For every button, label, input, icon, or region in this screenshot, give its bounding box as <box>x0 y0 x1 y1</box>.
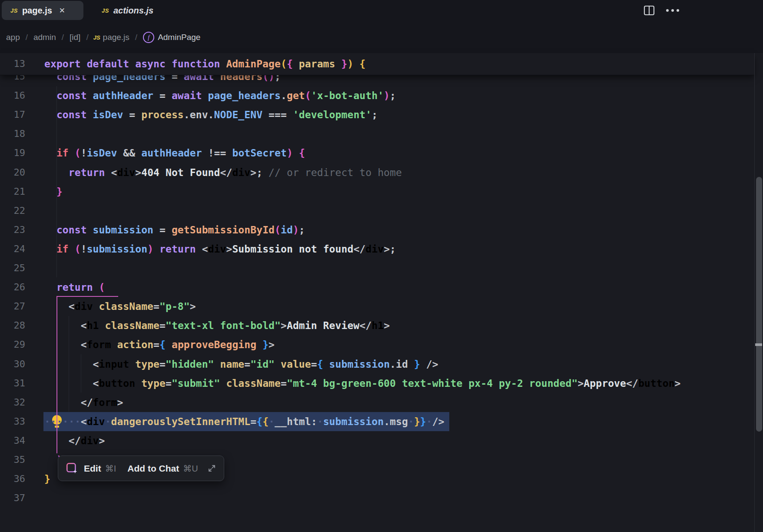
code-token: = <box>159 359 166 370</box>
code-line-26[interactable]: 26 return ( <box>0 278 755 297</box>
line-number-33[interactable]: 33 <box>0 412 25 431</box>
collapse-widget-button[interactable] <box>208 464 216 472</box>
code-token: get <box>287 90 305 101</box>
line-number-27[interactable]: 27 <box>0 297 25 316</box>
line-number-31[interactable]: 31 <box>0 374 25 393</box>
line-number-22[interactable]: 22 <box>0 201 25 220</box>
code-token: . <box>281 90 287 101</box>
code-token: ( <box>305 90 311 101</box>
line-number-37[interactable]: 37 <box>0 489 25 508</box>
code-token: button <box>99 378 136 389</box>
code-token: ( <box>99 282 105 293</box>
code-token: input <box>99 359 129 370</box>
code-line-27[interactable]: 27 <div className="p-8"> <box>0 297 755 316</box>
code-token: div <box>87 416 105 427</box>
code-line-21[interactable]: 21 } <box>0 182 755 201</box>
code-token: !== <box>202 147 232 159</box>
code-token: h1 <box>87 320 99 331</box>
line-number-35[interactable]: 35 <box>0 450 25 469</box>
code-line-29[interactable]: 29 <form action={ approveBegging }> <box>0 335 755 354</box>
ai-action-widget[interactable]: Edit ⌘I Add to Chat ⌘U <box>58 456 224 481</box>
code-token: > <box>135 167 141 178</box>
code-token: className <box>105 320 160 331</box>
sticky-scope-header[interactable]: 13 export default async function AdminPa… <box>0 53 755 75</box>
breadcrumb-item-pagejs[interactable]: page.js <box>103 33 129 42</box>
line-number-34[interactable]: 34 <box>0 431 25 450</box>
code-line-22[interactable]: 22 <box>0 201 755 220</box>
line-number-25[interactable]: 25 <box>0 259 25 278</box>
code-token: ) <box>347 58 353 70</box>
line-number-21[interactable]: 21 <box>0 182 25 201</box>
line-number-23[interactable]: 23 <box>0 220 25 239</box>
javascript-file-icon: JS <box>93 34 100 41</box>
code-line-20[interactable]: 20 return <div>404 Not Found</div>; // o… <box>0 163 755 182</box>
code-line-28[interactable]: 28 <h1 className="text-xl font-bold">Adm… <box>0 316 755 335</box>
code-token: "submit" <box>172 378 220 389</box>
code-line-17[interactable]: 17 const isDev = process.env.NODE_ENV ==… <box>0 105 755 124</box>
code-token: = <box>153 301 159 312</box>
code-line-37[interactable]: 37 <box>0 489 755 508</box>
code-token: = <box>153 339 159 350</box>
tab-page-js[interactable]: JS page.js ✕ <box>2 1 83 20</box>
code-token: · <box>317 416 323 427</box>
code-token: } <box>414 416 420 427</box>
code-token <box>44 186 56 197</box>
code-line-25[interactable]: 25 <box>0 259 755 278</box>
breadcrumb-item-admin[interactable]: admin <box>33 33 56 42</box>
code-line-33[interactable]: 33······<div·dangerouslySetInnerHTML={{·… <box>0 412 755 431</box>
code-line-24[interactable]: 24 if (!submission) return <div>Submissi… <box>0 239 755 259</box>
edit-button[interactable]: Edit <box>84 463 101 474</box>
line-number-28[interactable]: 28 <box>0 316 25 335</box>
line-number-17[interactable]: 17 <box>0 105 25 124</box>
line-number-19[interactable]: 19 <box>0 143 25 163</box>
code-line-32[interactable]: 32 </form> <box>0 393 755 412</box>
code-token: button <box>638 378 675 389</box>
tab-actions-js[interactable]: JS actions.js <box>93 1 176 20</box>
close-tab-icon[interactable]: ✕ <box>59 6 65 15</box>
line-number-20[interactable]: 20 <box>0 163 25 182</box>
line-number-18[interactable]: 18 <box>0 124 25 143</box>
line-number-36[interactable]: 36 <box>0 469 25 489</box>
code-line-34[interactable]: 34 </div> <box>0 431 755 450</box>
code-line-19[interactable]: 19 if (!isDev && authHeader !== botSecre… <box>0 143 755 163</box>
code-token: > <box>226 243 232 255</box>
code-token <box>44 224 56 236</box>
more-actions-button[interactable] <box>663 3 682 17</box>
code-token: </ <box>359 320 372 331</box>
code-token <box>44 282 56 293</box>
code-text: <div className="p-8"> <box>44 297 196 316</box>
breadcrumb-item-id[interactable]: [id] <box>70 33 80 42</box>
vertical-scrollbar[interactable] <box>754 53 763 532</box>
code-token: < <box>44 339 87 350</box>
code-line-23[interactable]: 23 const submission = getSubmissionById(… <box>0 220 755 239</box>
code-token: params <box>293 58 342 70</box>
code-text: <form action={ approveBegging }> <box>44 335 275 354</box>
line-number-32[interactable]: 32 <box>0 393 25 412</box>
code-text: <input type="hidden" name="id" value={ s… <box>44 355 438 374</box>
code-token: ( <box>275 224 281 236</box>
line-number-29[interactable]: 29 <box>0 335 25 354</box>
code-token: < <box>111 167 117 178</box>
line-number-26[interactable]: 26 <box>0 278 25 297</box>
scrollbar-cursor-marker <box>755 343 762 346</box>
line-number-16[interactable]: 16 <box>0 86 25 105</box>
add-to-chat-button[interactable]: Add to Chat <box>127 463 179 474</box>
code-line-30[interactable]: 30 <input type="hidden" name="id" value=… <box>0 355 755 374</box>
code-token: div <box>232 167 250 178</box>
code-token <box>99 320 105 331</box>
breadcrumb-item-adminpage[interactable]: AdminPage <box>158 33 200 42</box>
code-line-16[interactable]: 16 const authHeader = await page_headers… <box>0 86 755 105</box>
scrollbar-thumb[interactable] <box>756 177 762 432</box>
code-token: ) <box>147 243 153 255</box>
line-number-30[interactable]: 30 <box>0 355 25 374</box>
code-line-31[interactable]: 31 <button type="submit" className="mt-4… <box>0 374 755 393</box>
code-token: "p-8" <box>159 301 190 312</box>
code-line-18[interactable]: 18 <box>0 124 755 143</box>
code-token: { <box>262 416 269 427</box>
code-token: } <box>262 339 269 350</box>
line-number-24[interactable]: 24 <box>0 239 25 259</box>
split-editor-button[interactable] <box>642 3 656 17</box>
code-token: ! <box>81 147 87 159</box>
code-text: <h1 className="text-xl font-bold">Admin … <box>44 316 390 335</box>
breadcrumb-item-app[interactable]: app <box>6 33 20 42</box>
